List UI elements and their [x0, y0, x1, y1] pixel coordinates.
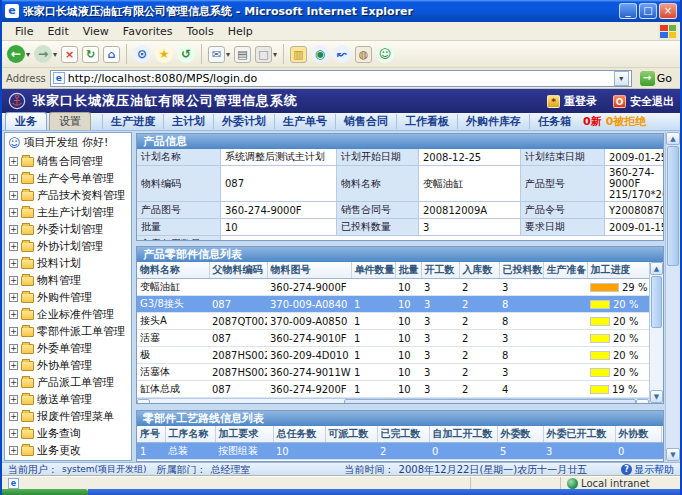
nav-item-production-progress[interactable]: 生产进度	[102, 114, 163, 129]
sidebar-item[interactable]: + 外协单管理	[5, 357, 131, 374]
tab-settings[interactable]: 设置	[49, 112, 91, 130]
nav-item-master-plan[interactable]: 主计划	[163, 114, 213, 129]
expand-icon[interactable]: +	[9, 208, 18, 217]
expand-icon[interactable]: +	[9, 191, 18, 200]
menu-favorites[interactable]: Favorites	[116, 23, 180, 40]
notes-button[interactable]: ▥	[289, 45, 308, 64]
expand-icon[interactable]: +	[9, 395, 18, 404]
sidebar-item[interactable]: + 投料计划	[5, 255, 131, 272]
expand-icon[interactable]: +	[9, 293, 18, 302]
forward-button[interactable]: →▾	[33, 44, 58, 64]
sidebar-item[interactable]: + 主生产计划管理	[5, 204, 131, 221]
expand-icon[interactable]: +	[9, 242, 18, 251]
column-header[interactable]: 父物料编码	[209, 262, 267, 279]
parts-table-row[interactable]: G3/8接头 087 370-009-A0840 1 10 3 2 8	[137, 296, 649, 313]
column-header[interactable]: 入库数	[459, 262, 499, 279]
column-header[interactable]: 物料图号	[267, 262, 351, 279]
column-header[interactable]: 外委数	[497, 426, 543, 443]
print-button[interactable]: ▤	[233, 45, 252, 64]
history-button[interactable]: ↺	[176, 44, 196, 64]
parts-horizontal-scrollbar[interactable]: ‹ ›	[137, 398, 649, 403]
column-header[interactable]: 单件数量	[351, 262, 395, 279]
sidebar-item[interactable]: + 销售合同管理	[5, 153, 131, 170]
refresh-button[interactable]: ↻	[81, 45, 100, 64]
expand-icon[interactable]: +	[9, 310, 18, 319]
expand-icon[interactable]: +	[9, 225, 18, 234]
back-button[interactable]: ←▾	[6, 44, 31, 64]
main-scroll-thumb[interactable]	[667, 146, 679, 266]
column-header[interactable]: 外委已开工数	[543, 426, 615, 443]
sidebar-item[interactable]: + 外委单管理	[5, 340, 131, 357]
mail-button[interactable]: ✉▾	[207, 45, 231, 64]
close-button[interactable]: ×	[659, 3, 677, 19]
scroll-left-icon[interactable]: ‹	[137, 399, 150, 403]
scroll-down-icon[interactable]: ▼	[650, 390, 663, 403]
column-header[interactable]: 生产准备	[543, 262, 587, 279]
go-button[interactable]: → Go	[636, 70, 676, 87]
menu-help[interactable]: Help	[221, 23, 260, 40]
stop-button[interactable]: ×	[60, 45, 79, 64]
column-header[interactable]: 工序名称	[165, 426, 215, 443]
main-vertical-scrollbar[interactable]: ▲ ▼	[665, 132, 680, 461]
minimize-button[interactable]: _	[619, 3, 637, 19]
favorites-button[interactable]: ★	[154, 44, 174, 64]
find-button[interactable]: ◍	[354, 45, 373, 64]
column-header[interactable]: 开工数	[421, 262, 459, 279]
sidebar-item[interactable]: + 任务箱	[5, 459, 131, 461]
parts-table-row[interactable]: 变幅油缸 360-274-9000F 10 3 2 3	[137, 279, 649, 296]
messenger-button[interactable]: ↜	[332, 44, 352, 64]
nav-item-outsource-plan[interactable]: 外委计划	[213, 114, 274, 129]
sidebar-item[interactable]: + 物料管理	[5, 272, 131, 289]
expand-icon[interactable]: +	[9, 446, 18, 455]
sidebar-item[interactable]: + 业务查询	[5, 425, 131, 442]
menu-tools[interactable]: Tools	[180, 23, 221, 40]
sidebar-item[interactable]: + 业务更改	[5, 442, 131, 459]
expand-icon[interactable]: +	[9, 412, 18, 421]
web-button[interactable]: ◉	[310, 44, 330, 64]
scroll-right-icon[interactable]: ›	[636, 399, 649, 403]
column-header[interactable]: 已投料数	[499, 262, 543, 279]
expand-icon[interactable]: +	[9, 378, 18, 387]
column-header[interactable]: 批量	[395, 262, 421, 279]
parts-table-row[interactable]: 极 2087HS002 360-209-4D010 1 10 3 2 8	[137, 347, 649, 364]
column-header[interactable]: 外协	[661, 426, 663, 443]
vscroll-thumb[interactable]	[651, 276, 662, 328]
nav-item-task-box[interactable]: 任务箱	[529, 114, 579, 129]
sidebar-item[interactable]: + 缴送单管理	[5, 391, 131, 408]
show-help-link[interactable]: ? 显示帮助	[621, 463, 674, 477]
expand-icon[interactable]: +	[9, 276, 18, 285]
relogin-button[interactable]: * 重登录	[547, 94, 597, 109]
sidebar-item[interactable]: + 生产令号单管理	[5, 170, 131, 187]
sidebar-item[interactable]: + 外协计划管理	[5, 238, 131, 255]
windows-taskbar[interactable]	[2, 489, 680, 495]
parts-table-row[interactable]: 活塞 087 360-274-9010F 1 10 3 2 3	[137, 330, 649, 347]
sidebar-item[interactable]: + 产品派工单管理	[5, 374, 131, 391]
start-button[interactable]	[2, 489, 88, 495]
logout-button[interactable]: O 安全退出	[613, 94, 674, 109]
nav-item-purchased-parts-stock[interactable]: 外购件库存	[457, 114, 529, 129]
address-input[interactable]: e http://localhost:8080/MPS/login.do ▾	[50, 70, 632, 87]
sidebar-item[interactable]: + 零部件派工单管理	[5, 323, 131, 340]
scroll-down-icon[interactable]: ▼	[666, 448, 680, 461]
maximize-button[interactable]: □	[639, 3, 657, 19]
column-header[interactable]: 已完工数	[377, 426, 429, 443]
tab-business[interactable]: 业务	[5, 112, 47, 130]
menu-file[interactable]: File	[8, 23, 40, 40]
route-table-row[interactable]: 1 总装 按图组装 10 2 0 5 3 0 0	[137, 443, 663, 460]
hscroll-thumb[interactable]	[344, 399, 636, 403]
menu-view[interactable]: View	[76, 23, 116, 40]
column-header[interactable]: 可派工数	[325, 426, 377, 443]
menu-edit[interactable]: Edit	[40, 23, 75, 40]
expand-icon[interactable]: +	[9, 157, 18, 166]
sidebar-item[interactable]: + 外委计划管理	[5, 221, 131, 238]
column-header[interactable]: 加工进度	[587, 262, 649, 279]
expand-icon[interactable]: +	[9, 174, 18, 183]
column-header[interactable]: 总任务数	[273, 426, 325, 443]
column-header[interactable]: 序号	[137, 426, 165, 443]
nav-item-work-board[interactable]: 工作看板	[396, 114, 457, 129]
expand-icon[interactable]: +	[9, 344, 18, 353]
sidebar-item[interactable]: + 企业标准件管理	[5, 306, 131, 323]
contacts-button[interactable]: ☺	[375, 44, 395, 64]
expand-icon[interactable]: +	[9, 361, 18, 370]
nav-item-sales-contract[interactable]: 销售合同	[335, 114, 396, 129]
